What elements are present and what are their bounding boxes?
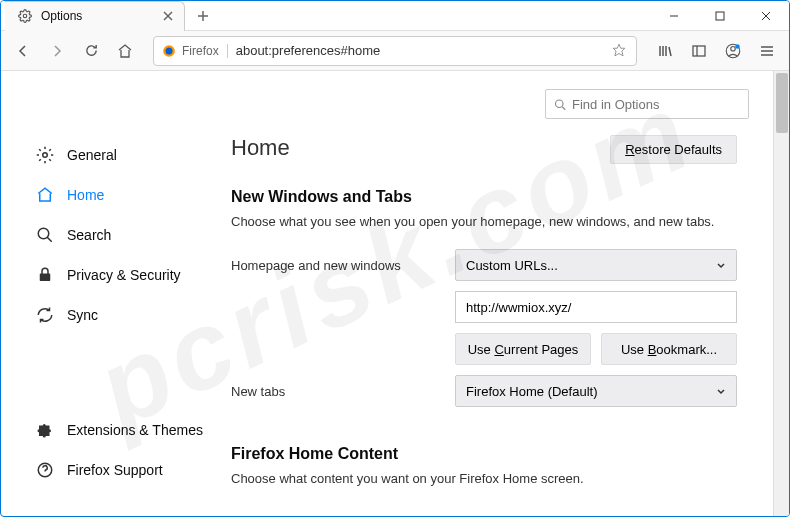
- maximize-button[interactable]: [697, 1, 743, 31]
- sidebar-label: General: [67, 147, 117, 163]
- section-title: New Windows and Tabs: [231, 188, 737, 206]
- bookmark-star-icon[interactable]: [612, 43, 628, 59]
- browser-tab[interactable]: Options: [5, 1, 185, 31]
- library-button[interactable]: [651, 37, 679, 65]
- sidebar-label: Home: [67, 187, 104, 203]
- sidebar-item-general[interactable]: General: [25, 135, 219, 175]
- main-panel: Home Restore Defaults New Windows and Ta…: [219, 135, 749, 506]
- new-tab-button[interactable]: [189, 2, 217, 30]
- close-icon[interactable]: [160, 8, 176, 24]
- search-icon: [554, 98, 566, 111]
- sync-icon: [35, 305, 55, 325]
- sidebar-item-support[interactable]: Firefox Support: [25, 450, 219, 490]
- sidebar-label: Extensions & Themes: [67, 422, 203, 438]
- gear-icon: [35, 145, 55, 165]
- find-in-options[interactable]: [545, 89, 749, 119]
- home-button[interactable]: [111, 37, 139, 65]
- use-bookmark-button[interactable]: Use Bookmark...: [601, 333, 737, 365]
- window-controls: [651, 1, 789, 31]
- menu-button[interactable]: [753, 37, 781, 65]
- svg-point-12: [38, 228, 49, 239]
- sidebar-item-privacy[interactable]: Privacy & Security: [25, 255, 219, 295]
- url-bar[interactable]: Firefox about:preferences#home: [153, 36, 637, 66]
- svg-rect-5: [693, 46, 705, 56]
- sidebar-item-home[interactable]: Home: [25, 175, 219, 215]
- svg-point-10: [556, 100, 564, 108]
- svg-point-9: [735, 44, 740, 49]
- newtabs-select[interactable]: Firefox Home (Default): [455, 375, 737, 407]
- homepage-label: Homepage and new windows: [231, 258, 443, 273]
- gear-icon: [17, 8, 33, 24]
- svg-point-3: [166, 47, 173, 54]
- identity-box[interactable]: Firefox: [162, 44, 228, 58]
- forward-button[interactable]: [43, 37, 71, 65]
- newtabs-label: New tabs: [231, 384, 443, 399]
- sidebar-label: Privacy & Security: [67, 267, 181, 283]
- sidebar-item-extensions[interactable]: Extensions & Themes: [25, 410, 219, 450]
- svg-point-11: [43, 153, 48, 158]
- chevron-down-icon: [716, 260, 726, 270]
- svg-marker-4: [613, 44, 625, 56]
- homepage-select[interactable]: Custom URLs...: [455, 249, 737, 281]
- svg-point-0: [23, 14, 27, 18]
- lock-icon: [35, 265, 55, 285]
- search-icon: [35, 225, 55, 245]
- find-input[interactable]: [572, 97, 740, 112]
- chevron-down-icon: [716, 386, 726, 396]
- sidebar-item-search[interactable]: Search: [25, 215, 219, 255]
- firefox-icon: [162, 44, 176, 58]
- scrollbar-thumb[interactable]: [776, 73, 788, 133]
- help-icon: [35, 460, 55, 480]
- titlebar: Options: [1, 1, 789, 31]
- sidebar-label: Firefox Support: [67, 462, 163, 478]
- section-title: Firefox Home Content: [231, 445, 737, 463]
- svg-point-8: [731, 46, 736, 51]
- sidebar-label: Search: [67, 227, 111, 243]
- url-text: about:preferences#home: [236, 43, 604, 58]
- scrollbar[interactable]: [773, 71, 789, 516]
- identity-label: Firefox: [182, 44, 219, 58]
- home-icon: [35, 185, 55, 205]
- page-heading: Home: [231, 135, 290, 161]
- account-button[interactable]: [719, 37, 747, 65]
- close-window-button[interactable]: [743, 1, 789, 31]
- select-value: Custom URLs...: [466, 258, 558, 273]
- sidebar-toggle-button[interactable]: [685, 37, 713, 65]
- tab-title: Options: [41, 9, 152, 23]
- back-button[interactable]: [9, 37, 37, 65]
- sidebar: General Home Search Privacy & Security S…: [25, 135, 219, 506]
- sidebar-item-sync[interactable]: Sync: [25, 295, 219, 335]
- svg-rect-1: [716, 12, 724, 20]
- use-current-pages-button[interactable]: Use Current Pages: [455, 333, 591, 365]
- section-desc: Choose what you see when you open your h…: [231, 214, 737, 229]
- homepage-url-input[interactable]: [455, 291, 737, 323]
- puzzle-icon: [35, 420, 55, 440]
- reload-button[interactable]: [77, 37, 105, 65]
- select-value: Firefox Home (Default): [466, 384, 597, 399]
- restore-defaults-button[interactable]: Restore Defaults: [610, 135, 737, 164]
- minimize-button[interactable]: [651, 1, 697, 31]
- toolbar: Firefox about:preferences#home: [1, 31, 789, 71]
- section-desc: Choose what content you want on your Fir…: [231, 471, 737, 486]
- sidebar-label: Sync: [67, 307, 98, 323]
